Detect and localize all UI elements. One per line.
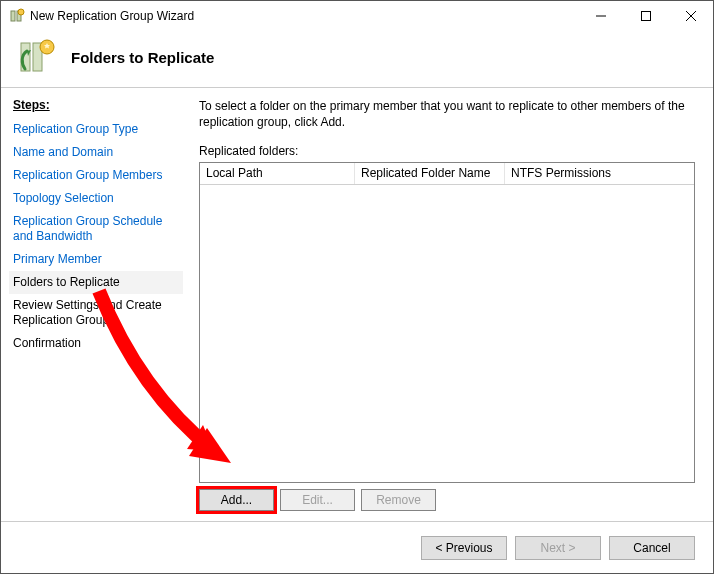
edit-button: Edit... [280, 489, 355, 511]
grid-header: Local Path Replicated Folder Name NTFS P… [200, 163, 694, 185]
steps-label: Steps: [13, 98, 179, 112]
wizard-footer: < Previous Next > Cancel [1, 521, 713, 573]
wizard-header: Folders to Replicate [1, 31, 713, 88]
cancel-button[interactable]: Cancel [609, 536, 695, 560]
app-icon [9, 8, 25, 24]
main-panel: To select a folder on the primary member… [191, 88, 713, 521]
step-primary-member[interactable]: Primary Member [13, 248, 179, 271]
remove-button: Remove [361, 489, 436, 511]
wizard-icon [17, 37, 57, 77]
folder-buttons-row: Add... Edit... Remove [199, 489, 695, 511]
close-button[interactable] [668, 1, 713, 31]
page-heading: Folders to Replicate [71, 49, 214, 66]
step-review-settings: Review Settings and Create Replication G… [13, 294, 179, 332]
svg-point-2 [18, 9, 24, 15]
next-button: Next > [515, 536, 601, 560]
add-button[interactable]: Add... [199, 489, 274, 511]
previous-button[interactable]: < Previous [421, 536, 507, 560]
replicated-folders-label: Replicated folders: [199, 144, 695, 158]
column-replicated-folder-name[interactable]: Replicated Folder Name [355, 163, 505, 184]
window-title: New Replication Group Wizard [25, 9, 578, 23]
step-replication-group-type[interactable]: Replication Group Type [13, 118, 179, 141]
svg-rect-4 [641, 12, 650, 21]
step-confirmation: Confirmation [13, 332, 179, 355]
column-ntfs-permissions[interactable]: NTFS Permissions [505, 163, 694, 184]
wizard-window: New Replication Group Wizard Fol [0, 0, 714, 574]
window-controls [578, 1, 713, 31]
replicated-folders-grid[interactable]: Local Path Replicated Folder Name NTFS P… [199, 162, 695, 483]
step-name-and-domain[interactable]: Name and Domain [13, 141, 179, 164]
column-local-path[interactable]: Local Path [200, 163, 355, 184]
step-topology-selection[interactable]: Topology Selection [13, 187, 179, 210]
steps-sidebar: Steps: Replication Group Type Name and D… [1, 88, 191, 521]
svg-rect-0 [11, 11, 15, 21]
instruction-text: To select a folder on the primary member… [199, 98, 695, 130]
minimize-button[interactable] [578, 1, 623, 31]
titlebar: New Replication Group Wizard [1, 1, 713, 31]
step-replication-group-members[interactable]: Replication Group Members [13, 164, 179, 187]
wizard-body: Steps: Replication Group Type Name and D… [1, 88, 713, 521]
step-folders-to-replicate[interactable]: Folders to Replicate [9, 271, 183, 294]
step-schedule-and-bandwidth[interactable]: Replication Group Schedule and Bandwidth [13, 210, 179, 248]
maximize-button[interactable] [623, 1, 668, 31]
